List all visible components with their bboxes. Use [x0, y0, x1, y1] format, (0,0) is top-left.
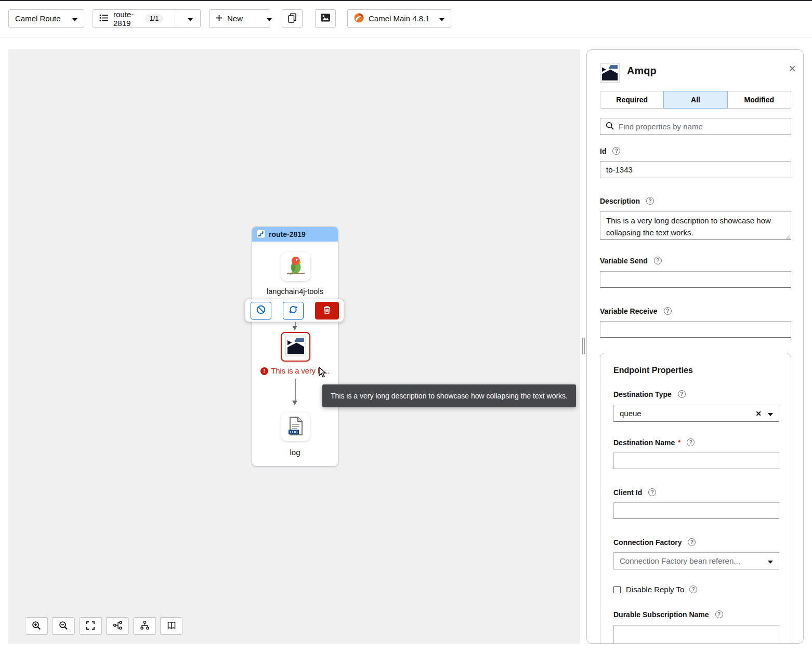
destination-type-value: queue	[620, 409, 749, 418]
variable-send-field-header: Variable Send ?	[600, 256, 662, 265]
route-icon	[257, 230, 265, 239]
trash-icon	[322, 305, 332, 316]
help-icon[interactable]: ?	[715, 610, 723, 618]
help-icon[interactable]: ?	[646, 197, 654, 205]
caret-down-icon	[72, 14, 77, 23]
route-group[interactable]: route-2819 langchain4j-tools	[252, 227, 338, 467]
route-selector[interactable]: route-2819 1/1	[93, 9, 201, 28]
route-selector-toggle[interactable]	[180, 10, 200, 27]
caret-down-icon	[439, 14, 444, 23]
help-icon[interactable]: ?	[687, 438, 695, 446]
tab-required[interactable]: Required	[600, 91, 664, 109]
vertical-layout-button[interactable]	[133, 617, 156, 635]
help-icon[interactable]: ?	[678, 390, 686, 398]
destination-name-input[interactable]	[613, 453, 779, 469]
ban-icon	[256, 304, 266, 316]
runtime-selector-label: Camel Main 4.8.1	[369, 14, 430, 23]
new-flow-button-group[interactable]: New	[209, 9, 270, 28]
help-icon[interactable]: ?	[689, 586, 697, 593]
durable-subscription-field-header: Durable Subscription Name ?	[613, 610, 723, 619]
disable-reply-to-field: Disable Reply To ?	[613, 585, 697, 594]
top-toolbar: Camel Route route-2819 1/1	[0, 1, 812, 37]
node-langchain4j-tools[interactable]	[281, 252, 310, 281]
zoom-out-button[interactable]	[52, 617, 75, 635]
copy-icon	[287, 12, 297, 24]
caret-down-icon[interactable]	[768, 556, 773, 565]
destination-type-select[interactable]: queue ✕	[613, 405, 779, 422]
plus-icon	[216, 14, 222, 23]
connection-factory-input[interactable]	[620, 556, 762, 565]
node-amqp[interactable]	[281, 332, 310, 362]
book-icon	[167, 621, 176, 632]
destination-name-label: Destination Name	[613, 438, 675, 447]
export-image-icon	[320, 13, 331, 24]
node-label-log: log	[252, 448, 338, 457]
route-selector-label: route-2819	[113, 10, 140, 28]
help-icon[interactable]: ?	[612, 147, 620, 155]
close-panel-button[interactable]: ✕	[789, 63, 796, 74]
replace-node-button[interactable]	[283, 302, 304, 320]
help-icon[interactable]: ?	[688, 538, 696, 546]
help-icon[interactable]: ?	[654, 257, 662, 264]
variable-receive-input[interactable]	[600, 321, 791, 338]
sync-icon	[288, 304, 298, 316]
zoom-out-icon	[59, 621, 68, 632]
caret-down-icon	[188, 14, 193, 23]
id-input[interactable]	[600, 161, 791, 178]
variable-send-input[interactable]	[600, 271, 791, 288]
description-textarea[interactable]: This is a very long description to showc…	[600, 211, 791, 240]
error-icon: !	[260, 367, 268, 375]
destination-type-label: Destination Type	[613, 390, 672, 398]
caret-down-icon[interactable]	[768, 409, 773, 418]
route-count-badge: 1/1	[145, 14, 163, 23]
route-group-title: route-2819	[269, 230, 306, 238]
connection-factory-combobox[interactable]	[613, 552, 779, 569]
route-group-header[interactable]: route-2819	[252, 227, 338, 242]
zoom-in-button[interactable]	[25, 617, 48, 635]
clear-icon: ✕	[755, 409, 762, 418]
help-icon[interactable]: ?	[664, 307, 672, 315]
fit-to-screen-icon	[86, 621, 95, 632]
divider	[175, 10, 175, 27]
dsl-selector[interactable]: Camel Route	[8, 9, 84, 28]
property-search-input[interactable]	[619, 122, 785, 131]
tab-all[interactable]: All	[663, 91, 727, 109]
route-selector-main[interactable]: route-2819 1/1	[93, 10, 169, 27]
horizontal-layout-button[interactable]	[106, 617, 129, 635]
export-image-button[interactable]	[315, 9, 336, 28]
disable-reply-to-checkbox[interactable]	[613, 586, 621, 593]
description-tooltip: This is a very long description to showc…	[322, 384, 576, 407]
client-id-input[interactable]	[613, 502, 779, 519]
new-flow-button[interactable]: New	[209, 10, 249, 27]
route-list-icon	[99, 14, 109, 23]
tab-modified[interactable]: Modified	[727, 91, 791, 109]
id-field-label: Id	[600, 147, 606, 155]
runtime-selector[interactable]: Camel Main 4.8.1	[347, 9, 451, 28]
help-icon[interactable]: ?	[648, 488, 656, 496]
durable-subscription-input[interactable]	[613, 625, 779, 644]
canvas-controls	[25, 617, 183, 635]
copy-source-button[interactable]	[282, 9, 303, 28]
node-log[interactable]: LOG	[281, 413, 310, 441]
log-icon-text: LOG	[290, 430, 298, 434]
search-icon	[606, 122, 614, 132]
fit-to-screen-button[interactable]	[79, 617, 102, 635]
amqp-icon	[600, 63, 620, 85]
property-search[interactable]	[600, 118, 791, 135]
delete-node-button[interactable]	[315, 302, 339, 320]
amqp-icon	[285, 336, 306, 358]
panel-title: Amqp	[627, 65, 657, 77]
route-canvas[interactable]: route-2819 langchain4j-tools	[8, 49, 580, 644]
variable-send-label: Variable Send	[600, 257, 648, 265]
clear-selection-button[interactable]: ✕	[755, 410, 762, 417]
zoom-in-icon	[32, 621, 41, 632]
panel-resize-handle[interactable]	[581, 338, 586, 354]
destination-type-field-header: Destination Type ?	[613, 390, 686, 398]
new-flow-toggle[interactable]	[259, 10, 279, 27]
client-id-label: Client Id	[613, 488, 642, 497]
catalog-button[interactable]	[160, 617, 183, 635]
disable-node-button[interactable]	[251, 302, 271, 320]
edge-arrowhead	[292, 326, 297, 330]
kaoto-app: Camel Route route-2819 1/1	[0, 0, 812, 652]
required-marker: *	[678, 438, 680, 446]
